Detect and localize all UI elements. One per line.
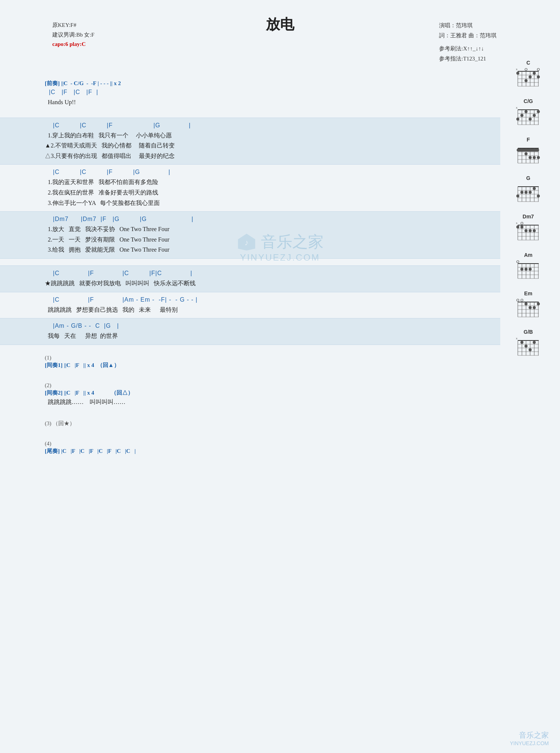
svg-text:x: x bbox=[516, 336, 518, 340]
svg-point-118 bbox=[525, 302, 528, 305]
svg-text:x: x bbox=[516, 106, 518, 109]
svg-point-15 bbox=[525, 79, 528, 82]
chorus3-lyric1: 我每 天在 异想 的世界 bbox=[45, 331, 455, 341]
interlude1-num: (1) bbox=[45, 355, 455, 361]
outro-label: [尾奏] |C |F |C |F |C |F |C |C | bbox=[45, 448, 455, 455]
interlude1-section: (1) [间奏1] ||C |F || x 4 （回▲） bbox=[0, 352, 500, 373]
meta-left: 原KEY:F# 建议男调:Bb 女:F capo:6 play:C bbox=[52, 21, 94, 49]
svg-point-69 bbox=[537, 195, 540, 197]
svg-point-50 bbox=[529, 156, 532, 159]
chord-f: F bbox=[504, 137, 553, 167]
svg-point-49 bbox=[525, 152, 528, 155]
chorus1-chords: |C |F |C |F|C | bbox=[45, 269, 455, 278]
svg-point-115 bbox=[521, 299, 523, 301]
svg-point-33 bbox=[525, 110, 528, 113]
prelude-chord-line2: |C |F |C |F | bbox=[45, 88, 455, 97]
outro-section: (4) [尾奏] |C |F |C |F |C |F |C |C | bbox=[0, 438, 500, 458]
interlude2-section: (2) [间奏2] ||C |F || x 4 （回△） 跳跳跳跳…… 叫叫叫叫… bbox=[0, 379, 500, 411]
singer: 演唱：范玮琪 bbox=[439, 21, 497, 31]
original-key: 原KEY:F# bbox=[52, 21, 94, 30]
svg-point-134 bbox=[529, 348, 532, 351]
interlude3-num: (3) （回★） bbox=[45, 420, 455, 427]
interlude2-sub: 跳跳跳跳…… 叫叫叫叫…… bbox=[45, 397, 455, 407]
prelude-section: [前奏] ||C - C/G - -F | - - - || x 2 |C |F… bbox=[0, 77, 500, 111]
prechorus-lyric2: 2.一天 一天 梦没有期限 One Two Three Four bbox=[45, 235, 455, 245]
prelude-text: Hands Up!! bbox=[45, 97, 455, 107]
verse1-section: |C |C |F |G | 1.穿上我的白布鞋 我只有一个 小小单纯心愿 ▲2.… bbox=[0, 118, 500, 165]
chorus2-lyric1: 跳跳跳跳 梦想要自己挑选 我的 未来 最特别 bbox=[45, 305, 455, 315]
chord-cg: C/G x bbox=[504, 98, 553, 128]
chorus1-lyric1: ★跳跳跳跳 就要你对我放电 叫叫叫叫 快乐永远不断线 bbox=[45, 279, 455, 288]
chord-c: C x bbox=[504, 60, 553, 90]
prelude-chord-line: [前奏] ||C - C/G - -F | - - - || x 2 bbox=[45, 80, 455, 87]
svg-point-36 bbox=[537, 110, 540, 113]
svg-text:x: x bbox=[516, 67, 518, 71]
lyricist: 詞：王雅君 曲：范玮琪 bbox=[439, 31, 497, 41]
svg-point-14 bbox=[516, 72, 519, 75]
interlude2-label: [间奏2] ||C |F || x 4 （回△） bbox=[45, 389, 455, 396]
svg-point-83 bbox=[516, 225, 519, 228]
svg-point-52 bbox=[537, 156, 540, 159]
verse2-section: |C |C |F |G | 1.我的蓝天和世界 我都不怕前面有多危险 2.我在疯… bbox=[0, 165, 500, 211]
chord-dm7: Dm7 x bbox=[504, 214, 553, 244]
svg-point-13 bbox=[537, 68, 539, 71]
svg-point-82 bbox=[521, 222, 523, 224]
svg-point-31 bbox=[516, 118, 519, 121]
svg-text:x: x bbox=[516, 221, 518, 225]
verse1-chords: |C |C |F |G | bbox=[45, 121, 455, 130]
prechorus-lyric1: 1.放大 直觉 我决不妥协 One Two Three Four bbox=[45, 224, 455, 234]
meta-right: 演唱：范玮琪 詞：王雅君 曲：范玮琪 参考刷法:X↑↑_↓↑↓ 参考指法:T12… bbox=[439, 21, 497, 64]
verse1-lyric2: ▲2.不管晴天或雨天 我的心情都 随着自己转变 bbox=[45, 141, 455, 150]
interlude1-label: [间奏1] ||C |F || x 4 （回▲） bbox=[45, 362, 455, 369]
svg-point-86 bbox=[529, 229, 532, 232]
svg-point-34 bbox=[529, 118, 532, 121]
svg-point-35 bbox=[533, 114, 536, 117]
svg-point-102 bbox=[529, 268, 532, 271]
svg-point-18 bbox=[537, 75, 540, 78]
chorus3-section: |Am - G/B - - C |G | 我每 天在 异想 的世界 bbox=[0, 318, 500, 345]
svg-point-116 bbox=[529, 306, 532, 309]
svg-point-64 bbox=[516, 195, 519, 197]
capo: capo:6 play:C bbox=[52, 40, 94, 49]
verse2-lyric1: 1.我的蓝天和世界 我都不怕前面有多危险 bbox=[45, 177, 455, 187]
chord-am: Am bbox=[504, 252, 553, 282]
suggestion: 建议男调:Bb 女:F bbox=[52, 30, 94, 40]
verse1-lyric1: 1.穿上我的白布鞋 我只有一个 小小单纯心愿 bbox=[45, 131, 455, 140]
svg-point-32 bbox=[520, 114, 523, 117]
svg-point-119 bbox=[537, 302, 540, 305]
strum-label: 参考刷法:X↑↑_↓↑↓ bbox=[439, 44, 497, 54]
svg-point-68 bbox=[533, 187, 536, 190]
svg-point-99 bbox=[517, 261, 519, 263]
interlude2-num: (2) bbox=[45, 382, 455, 389]
svg-point-87 bbox=[533, 229, 536, 232]
svg-point-66 bbox=[525, 191, 528, 194]
svg-point-100 bbox=[520, 268, 523, 271]
chorus2-chords: |C |F |Am - Em - -F| - - G - - | bbox=[45, 295, 455, 304]
svg-point-65 bbox=[520, 191, 523, 194]
prechorus-lyric3: 3.给我 拥抱 爱就能无限 One Two Three Four bbox=[45, 245, 455, 255]
svg-point-135 bbox=[533, 341, 536, 344]
page: 放电 原KEY:F# 建议男调:Bb 女:F capo:6 play:C 演唱：… bbox=[0, 0, 560, 753]
svg-point-132 bbox=[520, 341, 523, 344]
svg-point-84 bbox=[520, 225, 523, 228]
chord-g: G bbox=[504, 175, 553, 205]
svg-point-67 bbox=[529, 191, 532, 194]
watermark-bottom: 音乐之家 YINYUEZJ.COM bbox=[510, 730, 549, 746]
prechorus-section: |Dm7 |Dm7 |F |G |G | 1.放大 直觉 我决不妥协 One T… bbox=[0, 211, 500, 259]
chorus2-section: |C |F |Am - Em - -F| - - G - - | 跳跳跳跳 梦想… bbox=[0, 292, 500, 318]
fingering-label: 参考指法:T123_121 bbox=[439, 54, 497, 64]
chord-gb: G/B x bbox=[504, 329, 553, 359]
interlude4-num: (4) bbox=[45, 441, 455, 447]
svg-point-16 bbox=[529, 75, 532, 78]
chord-em: Em bbox=[504, 290, 553, 321]
svg-point-101 bbox=[525, 268, 528, 271]
svg-point-85 bbox=[525, 229, 528, 232]
verse2-lyric2: 2.我在疯狂的世界 准备好要去明天的路线 bbox=[45, 188, 455, 197]
svg-point-117 bbox=[533, 306, 536, 309]
chorus1-section: |C |F |C |F|C | ★跳跳跳跳 就要你对我放电 叫叫叫叫 快乐永远不… bbox=[0, 265, 500, 292]
verse2-chords: |C |C |F |G | bbox=[45, 168, 455, 177]
verse2-lyric3: 3.伸出手比一个YA 每个笑脸都在我心里面 bbox=[45, 198, 455, 208]
interlude3-section: (3) （回★） bbox=[0, 417, 500, 431]
svg-point-114 bbox=[517, 299, 519, 301]
svg-point-51 bbox=[533, 156, 536, 159]
